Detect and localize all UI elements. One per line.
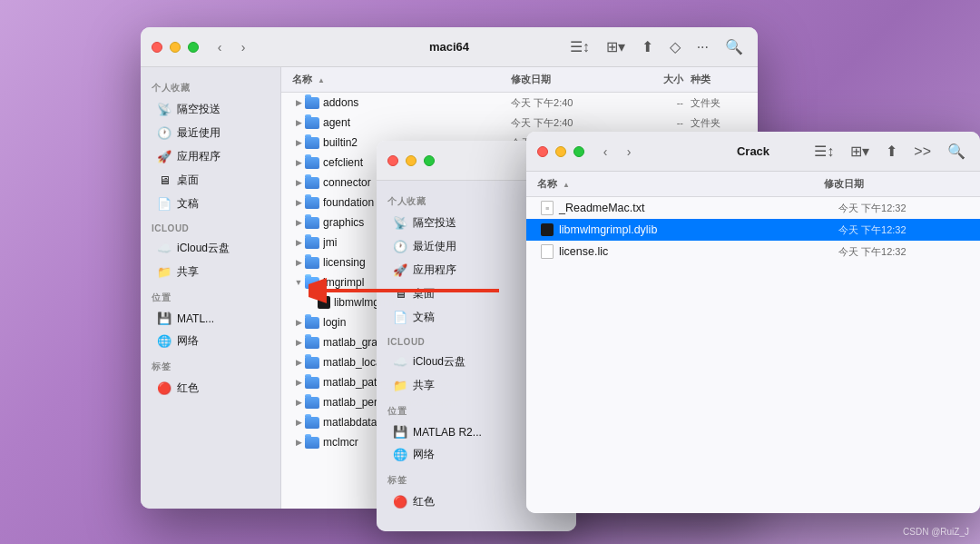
file-size-addons: -- [629,97,683,108]
network-icon-1: 🌐 [157,334,172,348]
more-icon[interactable]: ··· [693,35,712,59]
list-view-icon-3[interactable]: ☰↕ [810,139,838,163]
col-date-header-1[interactable]: 修改日期 [511,73,629,86]
close-button-2[interactable] [387,155,398,166]
sidebar-item-icloud-1[interactable]: ☁️ iCloud云盘 [146,237,275,260]
disclosure-mclmcr[interactable] [292,436,305,449]
disclosure-graphics[interactable] [292,216,305,229]
sidebar-item-shared-1[interactable]: 📁 共享 [146,261,275,283]
sidebar-label-desktop-1: 桌面 [177,173,199,188]
txt-file-icon: ≡ [541,201,554,215]
traffic-lights-2[interactable] [387,155,435,166]
crack-file-row-license[interactable]: license.lic 今天 下午12:32 [526,241,980,262]
col-name-header-3[interactable]: 名称 ▲ [537,177,824,191]
disclosure-lmgrimpl[interactable] [292,276,305,289]
close-button-3[interactable] [537,146,548,157]
sidebar-item-airdrop-1[interactable]: 📡 隔空投送 [146,98,275,121]
finder-window-crack[interactable]: ‹ › Crack ☰↕ ⊞▾ ⬆ >> 🔍 名称 ▲ 修改日期 ≡ _Read… [526,132,980,513]
traffic-lights-3[interactable] [537,146,584,157]
docs-icon-1: 📄 [157,197,172,211]
sidebar-label-airdrop-1: 隔空投送 [177,102,220,117]
apps-icon-2: 🚀 [393,263,407,277]
col-date-header-3[interactable]: 修改日期 [824,177,969,191]
disclosure-matlabdata[interactable] [292,416,305,429]
folder-icon-addons [305,97,319,109]
sidebar-label-shared-1: 共享 [177,264,199,280]
close-button-1[interactable] [152,42,162,53]
disclosure-login[interactable] [292,316,305,329]
sidebar-label-recent-2: 最近使用 [413,239,456,254]
maximize-button-2[interactable] [424,155,435,166]
forward-button-1[interactable]: › [233,37,253,57]
tag-icon[interactable]: ◇ [666,35,684,59]
disclosure-foundation[interactable] [292,196,305,209]
minimize-button-1[interactable] [170,42,181,53]
share-icon[interactable]: ⬆ [638,35,657,59]
forward-button-3[interactable]: › [619,142,639,162]
icloud-icon-1: ☁️ [157,242,172,255]
table-row[interactable]: agent 今天 下午2:40 -- 文件夹 [281,113,758,133]
file-kind-addons: 文件夹 [683,96,747,110]
sidebar-item-recent-1[interactable]: 🕐 最近使用 [146,122,275,144]
sidebar-item-network-1[interactable]: 🌐 网络 [146,330,275,352]
disclosure-licensing[interactable] [292,256,305,269]
folder-icon-matlab-path [305,377,319,389]
share-icon-3[interactable]: ⬆ [882,139,901,163]
red-tag-icon-1: 🔴 [157,381,172,395]
table-row[interactable]: addons 今天 下午2:40 -- 文件夹 [281,93,758,113]
col-size-header-1[interactable]: 大小 [629,73,683,86]
back-button-3[interactable]: ‹ [595,142,615,162]
matlab-icon-2: 💾 [393,425,407,439]
col-name-header-1[interactable]: 名称 ▲ [292,73,511,86]
folder-icon-lmgrimpl [305,277,319,289]
folder-icon-agent [305,117,319,129]
disclosure-agent[interactable] [292,116,305,129]
sidebar-label-docs-1: 文稿 [177,196,199,212]
file-list-3: 名称 ▲ 修改日期 ≡ _ReadmeMac.txt 今天 下午12:32 li… [526,172,980,513]
crack-file-name-dylib: libmwlmgrimpl.dylib [559,223,838,236]
folder-icon-connector [305,177,319,189]
back-button-1[interactable]: ‹ [210,37,230,57]
traffic-lights-1[interactable] [152,42,199,53]
crack-file-row-dylib[interactable]: libmwlmgrimpl.dylib 今天 下午12:32 [526,219,980,241]
sidebar-item-matlab-1[interactable]: 💾 MATL... [146,308,275,329]
disclosure-matlab-perf[interactable] [292,396,305,409]
docs-icon-2: 📄 [393,311,407,324]
disclosure-connector[interactable] [292,176,305,189]
sidebar-1: 个人收藏 📡 隔空投送 🕐 最近使用 🚀 应用程序 🖥 桌面 📄 文稿 iCl [141,67,281,509]
crack-file-date-dylib: 今天 下午12:32 [838,223,965,237]
grid-view-icon-3[interactable]: ⊞▾ [847,139,873,163]
sidebar-section-favorites-1: 个人收藏 [141,74,280,97]
desktop-icon-1: 🖥 [157,173,172,187]
lic-file-icon [541,244,554,259]
grid-view-icon[interactable]: ⊞▾ [603,35,629,59]
disclosure-jmi[interactable] [292,236,305,249]
dylib-icon [318,296,330,309]
list-view-icon[interactable]: ☰↕ [566,35,593,59]
disclosure-addons[interactable] [292,96,305,109]
sidebar-item-red-1[interactable]: 🔴 红色 [146,377,275,400]
minimize-button-3[interactable] [555,146,566,157]
disclosure-builtin2[interactable] [292,136,305,149]
disclosure-matlab-graphics[interactable] [292,336,305,349]
col-kind-header-1[interactable]: 种类 [683,73,747,86]
crack-file-row-readme[interactable]: ≡ _ReadmeMac.txt 今天 下午12:32 [526,197,980,219]
search-icon-1[interactable]: 🔍 [721,35,747,59]
folder-icon-mclmcr [305,437,319,449]
file-size-agent: -- [629,117,683,128]
disclosure-cefclient[interactable] [292,156,305,169]
sidebar-label-airdrop-2: 隔空投送 [413,215,456,231]
folder-icon-jmi [305,237,319,249]
disclosure-matlab-local[interactable] [292,356,305,369]
disclosure-matlab-path[interactable] [292,376,305,389]
sidebar-label-shared-2: 共享 [413,378,435,393]
sidebar-item-apps-1[interactable]: 🚀 应用程序 [146,145,275,168]
maximize-button-3[interactable] [573,146,584,157]
sidebar-item-docs-1[interactable]: 📄 文稿 [146,193,275,215]
sidebar-item-desktop-1[interactable]: 🖥 桌面 [146,169,275,192]
more-icon-3[interactable]: >> [910,140,935,163]
sidebar-label-recent-1: 最近使用 [177,125,220,141]
maximize-button-1[interactable] [188,42,199,53]
minimize-button-2[interactable] [406,155,416,166]
search-icon-3[interactable]: 🔍 [944,139,969,163]
